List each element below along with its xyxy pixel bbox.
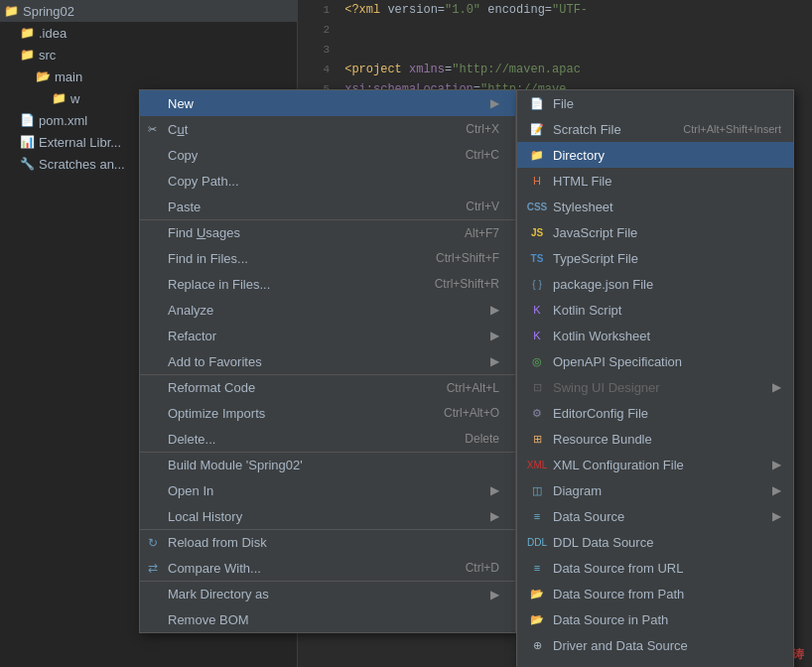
submenu-data-source-arrow: ▶ <box>772 509 781 523</box>
menu-item-analyze-label: Analyze <box>168 303 482 318</box>
project-name: Spring02 <box>23 4 74 19</box>
submenu-item-file[interactable]: 📄 File <box>517 90 793 116</box>
submenu-item-directory[interactable]: 📁 Directory <box>517 142 793 168</box>
context-menu: New ▶ ✂ Cut Ctrl+X Copy Ctrl+C Copy Path… <box>139 89 516 633</box>
menu-item-find-in-files-shortcut: Ctrl+Shift+F <box>436 251 499 265</box>
submenu-resource-label: Resource Bundle <box>553 432 781 447</box>
menu-item-compare[interactable]: ⇄ Compare With... Ctrl+D <box>140 555 515 581</box>
tree-item-main[interactable]: 📂 main <box>0 66 297 87</box>
menu-item-copy-label: Copy <box>168 148 446 163</box>
submenu-data-path-label: Data Source from Path <box>553 587 781 601</box>
submenu-item-data-path[interactable]: 📂 Data Source from Path <box>517 581 793 606</box>
main-label: main <box>55 69 82 84</box>
editor-line-1: 1 <?xml version="1.0" encoding="UTF- <box>298 0 812 20</box>
menu-item-optimize-label: Optimize Imports <box>168 406 424 421</box>
menu-item-reformat[interactable]: Reformat Code Ctrl+Alt+L <box>140 374 515 400</box>
submenu-item-swing: ⊡ Swing UI Designer ▶ <box>517 374 793 400</box>
submenu-item-js[interactable]: JS JavaScript File <box>517 219 793 245</box>
menu-item-mark-dir-label: Mark Directory as <box>168 587 482 601</box>
menu-item-reload[interactable]: ↻ Reload from Disk <box>140 529 515 555</box>
ddl-icon: DDL <box>529 534 545 550</box>
menu-item-copy[interactable]: Copy Ctrl+C <box>140 142 515 168</box>
menu-item-reformat-shortcut: Ctrl+Alt+L <box>447 381 499 395</box>
menu-item-cut-shortcut: Ctrl+X <box>466 122 499 136</box>
menu-item-remove-bom[interactable]: Remove BOM <box>140 606 515 632</box>
editor-line-3: 3 <box>298 40 812 60</box>
tree-item-src[interactable]: 📁 src <box>0 44 297 66</box>
tree-item-idea[interactable]: 📁 .idea <box>0 22 297 44</box>
submenu-xml-config-arrow: ▶ <box>772 458 781 471</box>
submenu-xml-config-label: XML Configuration File <box>553 458 768 472</box>
submenu-item-data-source[interactable]: ≡ Data Source ▶ <box>517 503 793 529</box>
submenu-item-ddl[interactable]: DDL DDL Data Source <box>517 529 793 555</box>
menu-item-optimize[interactable]: Optimize Imports Ctrl+Alt+O <box>140 400 515 426</box>
folder-icon: 📁 <box>20 26 35 40</box>
menu-item-optimize-shortcut: Ctrl+Alt+O <box>444 406 499 420</box>
submenu-item-openapi[interactable]: ◎ OpenAPI Specification <box>517 348 793 374</box>
menu-item-mark-dir[interactable]: Mark Directory as ▶ <box>140 581 515 606</box>
folder-open-icon: 📂 <box>36 69 51 83</box>
submenu-item-driver[interactable]: ⊕ Driver <box>517 658 793 667</box>
submenu-item-ts[interactable]: TS TypeScript File <box>517 245 793 271</box>
menu-item-open-in[interactable]: Open In ▶ <box>140 477 515 503</box>
compare-icon: ⇄ <box>148 561 158 575</box>
submenu-item-driver-ds[interactable]: ⊕ Driver and Data Source <box>517 632 793 658</box>
idea-label: .idea <box>39 26 67 41</box>
submenu-stylesheet-label: Stylesheet <box>553 200 781 214</box>
menu-item-replace-in-files-shortcut: Ctrl+Shift+R <box>435 277 499 291</box>
menu-item-add-favorites-label: Add to Favorites <box>168 354 482 369</box>
menu-item-remove-bom-label: Remove BOM <box>168 612 499 627</box>
submenu-swing-arrow: ▶ <box>772 380 781 394</box>
menu-item-refactor[interactable]: Refactor ▶ <box>140 323 515 348</box>
menu-item-local-history[interactable]: Local History ▶ <box>140 503 515 529</box>
submenu-item-kotlin-worksheet[interactable]: K Kotlin Worksheet <box>517 323 793 348</box>
menu-item-analyze[interactable]: Analyze ▶ <box>140 297 515 323</box>
menu-item-build-label: Build Module 'Spring02' <box>168 458 499 472</box>
submenu-js-label: JavaScript File <box>553 225 781 240</box>
submenu-item-scratch[interactable]: 📝 Scratch File Ctrl+Alt+Shift+Insert <box>517 116 793 142</box>
menu-item-reload-label: Reload from Disk <box>168 535 499 550</box>
menu-item-delete[interactable]: Delete... Delete <box>140 426 515 452</box>
menu-item-add-favorites[interactable]: Add to Favorites ▶ <box>140 348 515 374</box>
menu-item-new-label: New <box>168 96 482 111</box>
submenu-scratch-label: Scratch File <box>553 122 683 137</box>
openapi-icon: ◎ <box>529 353 545 369</box>
xml-icon: 📄 <box>20 113 35 127</box>
ext-lib-label: External Libr... <box>39 135 121 150</box>
submenu-item-kotlin-script[interactable]: K Kotlin Script <box>517 297 793 323</box>
menu-item-replace-in-files[interactable]: Replace in Files... Ctrl+Shift+R <box>140 271 515 297</box>
submenu-item-stylesheet[interactable]: CSS Stylesheet <box>517 194 793 219</box>
menu-item-find-usages[interactable]: Find Usages Alt+F7 <box>140 219 515 245</box>
menu-item-replace-in-files-label: Replace in Files... <box>168 277 415 292</box>
js-icon: JS <box>529 224 545 240</box>
menu-item-open-in-arrow: ▶ <box>490 483 499 497</box>
submenu-file-label: File <box>553 96 781 111</box>
resource-icon: ⊞ <box>529 431 545 447</box>
submenu-driver-ds-label: Driver and Data Source <box>553 638 781 653</box>
tree-item-spring02[interactable]: 📁 Spring02 <box>0 0 297 22</box>
menu-item-paste-label: Paste <box>168 200 446 214</box>
submenu-item-html[interactable]: H HTML File <box>517 168 793 194</box>
submenu-item-editorconfig[interactable]: ⚙ EditorConfig File <box>517 400 793 426</box>
menu-item-find-usages-shortcut: Alt+F7 <box>465 226 499 240</box>
menu-item-new-arrow: ▶ <box>490 96 499 110</box>
scratch-file-icon: 📝 <box>529 121 545 137</box>
ts-icon: TS <box>529 250 545 266</box>
menu-item-refactor-arrow: ▶ <box>490 329 499 342</box>
menu-item-cut[interactable]: ✂ Cut Ctrl+X <box>140 116 515 142</box>
submenu-item-resource[interactable]: ⊞ Resource Bundle <box>517 426 793 452</box>
submenu-item-data-url[interactable]: ≡ Data Source from URL <box>517 555 793 581</box>
submenu-item-data-in-path[interactable]: 📂 Data Source in Path <box>517 606 793 632</box>
diagram-icon: ◫ <box>529 482 545 498</box>
menu-item-paste[interactable]: Paste Ctrl+V <box>140 194 515 219</box>
html-icon: H <box>529 173 545 189</box>
menu-item-new[interactable]: New ▶ <box>140 90 515 116</box>
menu-item-add-favorites-arrow: ▶ <box>490 354 499 368</box>
submenu-item-xml-config[interactable]: XML XML Configuration File ▶ <box>517 452 793 477</box>
submenu-item-json[interactable]: { } package.json File <box>517 271 793 297</box>
menu-item-build[interactable]: Build Module 'Spring02' <box>140 452 515 477</box>
menu-item-find-in-files[interactable]: Find in Files... Ctrl+Shift+F <box>140 245 515 271</box>
menu-item-copy-path[interactable]: Copy Path... <box>140 168 515 194</box>
submenu-item-diagram[interactable]: ◫ Diagram ▶ <box>517 477 793 503</box>
lib-icon: 📊 <box>20 135 35 149</box>
